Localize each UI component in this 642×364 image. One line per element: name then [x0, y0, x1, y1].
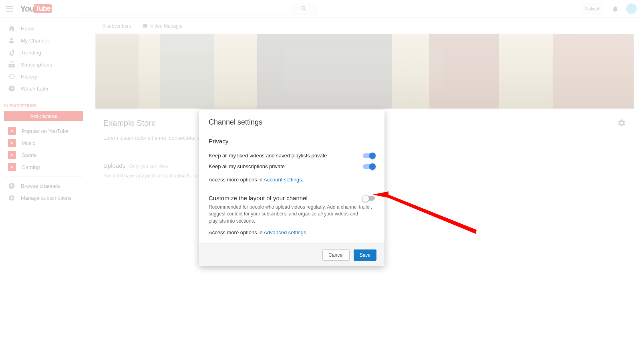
play-icon	[8, 151, 16, 159]
setting-label: Keep all my liked videos and saved playl…	[209, 153, 363, 159]
subscriptions-heading: SUBSCRIPTIONS	[0, 101, 87, 111]
setting-subs-private: Keep all my subscriptions private	[209, 161, 375, 172]
sidebar-item-label: Watch Later	[21, 86, 49, 92]
avatar[interactable]	[626, 3, 637, 14]
sidebar-item-trending[interactable]: Trending	[0, 46, 87, 58]
sidebar-sub-label: Gaming	[22, 164, 40, 170]
logo[interactable]: YouTube	[20, 4, 52, 14]
modal-title: Channel settings	[209, 118, 375, 127]
modal-footer: Cancel Save	[199, 243, 384, 266]
customize-layout-heading: Customize the layout of your channel	[209, 195, 308, 201]
sidebar-item-label: Subscriptions	[21, 62, 52, 68]
hamburger-menu-icon[interactable]	[5, 4, 14, 14]
notifications-icon[interactable]	[612, 5, 619, 12]
sidebar-sub-gaming[interactable]: Gaming	[0, 161, 87, 173]
toggle-subs-private[interactable]	[363, 164, 375, 169]
upload-button[interactable]: Upload	[580, 4, 604, 14]
plus-circle-icon	[8, 182, 15, 189]
add-channels-button[interactable]: Add channels	[4, 111, 83, 121]
sidebar-sub-sports[interactable]: Sports	[0, 149, 87, 161]
search-input[interactable]	[80, 3, 292, 14]
customize-layout-desc: Recommended for people who upload videos…	[209, 204, 375, 225]
sidebar-item-history[interactable]: History	[0, 70, 87, 82]
save-button[interactable]: Save	[354, 249, 376, 261]
video-manager-label: Video Manager	[150, 23, 183, 29]
play-icon	[8, 163, 16, 171]
setting-label: Keep all my subscriptions private	[209, 163, 363, 169]
sidebar-item-subscriptions[interactable]: Subscriptions	[0, 58, 87, 70]
clock-icon	[8, 85, 15, 92]
subscriptions-icon	[8, 61, 15, 68]
history-icon	[8, 73, 15, 80]
sidebar-item-watch-later[interactable]: Watch Later	[0, 82, 87, 95]
advanced-settings-help: Access more options in Advanced settings…	[209, 229, 375, 235]
header: YouTube Upload	[0, 0, 642, 18]
account-settings-link[interactable]: Account settings	[264, 177, 302, 183]
sidebar-item-label: History	[21, 74, 37, 80]
channel-description: Lorem ipsum dolor sit amet, consectetur …	[103, 135, 203, 141]
sidebar-item-label: Manage subscriptions	[21, 195, 71, 201]
gear-icon	[8, 194, 15, 201]
privacy-heading: Privacy	[209, 138, 375, 145]
sidebar-item-label: Trending	[21, 50, 41, 56]
play-icon	[8, 139, 16, 147]
play-icon	[8, 127, 16, 135]
sidebar-item-label: Browse channels	[21, 183, 60, 189]
sidebar-item-browse-channels[interactable]: Browse channels	[0, 180, 87, 192]
sidebar-item-home[interactable]: Home	[0, 22, 87, 34]
sidebar-item-my-channel[interactable]: My Channel	[0, 34, 87, 46]
channel-banner[interactable]	[95, 34, 634, 109]
toggle-customize-layout[interactable]	[363, 196, 375, 201]
setting-liked-private: Keep all my liked videos and saved playl…	[209, 150, 375, 161]
account-settings-help: Access more options in Account settings.	[209, 177, 375, 183]
subscriber-count[interactable]: 0 subscribers	[103, 23, 131, 29]
header-right: Upload	[580, 3, 637, 14]
sidebar-sub-label: Popular on YouTube	[22, 128, 68, 134]
home-icon	[8, 25, 15, 32]
sidebar-sub-popular[interactable]: Popular on YouTube	[0, 125, 87, 137]
sidebar: Home My Channel Trending Subscriptions H…	[0, 18, 87, 209]
user-icon	[8, 37, 15, 44]
channel-toolbar: 0 subscribers Video Manager	[95, 22, 634, 34]
sidebar-item-label: Home	[21, 26, 35, 32]
video-icon	[142, 23, 148, 29]
search-button[interactable]	[292, 3, 316, 14]
logo-text-tube: Tube	[34, 4, 52, 13]
video-manager-link[interactable]: Video Manager	[142, 23, 183, 29]
search-bar	[80, 3, 316, 14]
sidebar-item-label: My Channel	[21, 38, 48, 44]
channel-settings-gear-icon[interactable]	[617, 119, 626, 127]
sidebar-sub-label: Sports	[22, 152, 37, 158]
toggle-liked-private[interactable]	[363, 153, 375, 158]
search-icon	[300, 5, 308, 12]
sidebar-sub-music[interactable]: Music	[0, 137, 87, 149]
flame-icon	[8, 49, 15, 56]
cancel-button[interactable]: Cancel	[322, 249, 349, 261]
sidebar-sub-label: Music	[22, 140, 35, 146]
uploads-visibility: Only you can view	[129, 163, 168, 169]
sidebar-item-manage-subscriptions[interactable]: Manage subscriptions	[0, 192, 87, 204]
channel-name: Example Store	[103, 119, 203, 128]
logo-text-you: You	[20, 4, 34, 14]
divider	[4, 176, 83, 177]
advanced-settings-link[interactable]: Advanced settings	[264, 229, 306, 235]
divider	[4, 98, 83, 98]
channel-settings-modal: Channel settings Privacy Keep all my lik…	[199, 110, 384, 266]
uploads-title: Uploads	[103, 162, 125, 169]
